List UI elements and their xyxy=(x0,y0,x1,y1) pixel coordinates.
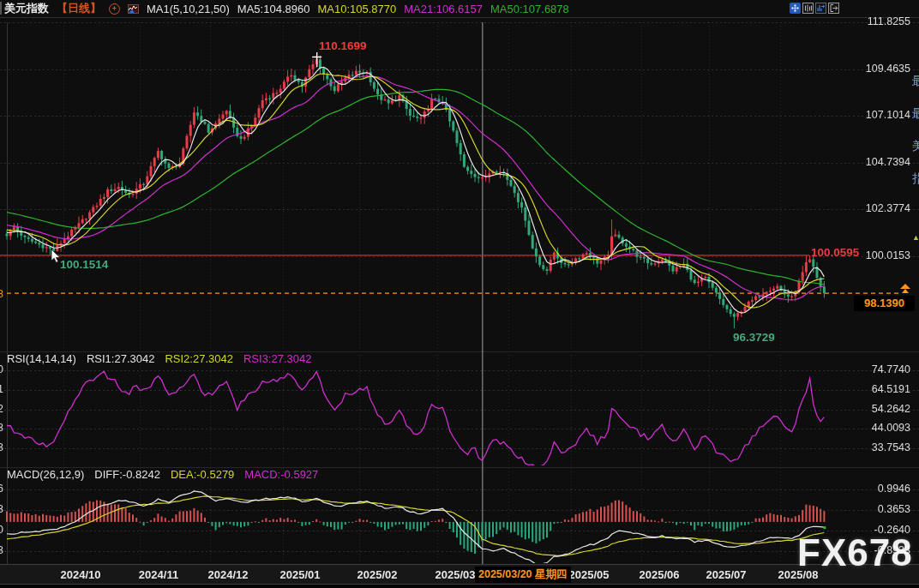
ma5-value: MA5:104.8960 xyxy=(237,3,310,15)
chart-canvas[interactable] xyxy=(0,0,919,588)
rsi-axis-label: 54.2642 xyxy=(872,403,910,415)
header-edge-mark xyxy=(0,2,2,15)
right-edge-clipped-label: 指 xyxy=(912,171,919,187)
left-edge-clipped-label: 2 xyxy=(0,403,5,415)
candlestick-view-icon[interactable] xyxy=(802,3,814,14)
crosshair-tool-icon[interactable] xyxy=(790,3,801,14)
diff-value: DIFF:-0.8242 xyxy=(94,468,160,481)
peak-price-annotation: 110.1699 xyxy=(319,39,367,52)
left-edge-clipped-label: 6 xyxy=(0,483,5,495)
price-axis-label: 111.8255 xyxy=(868,15,910,27)
rsi-axis-label: 44.0093 xyxy=(872,422,910,434)
time-axis-label: 2024/12 xyxy=(208,568,249,581)
left-edge-clipped-label: 3 xyxy=(0,422,5,434)
chart-toolbar xyxy=(790,3,839,14)
price-axis-label: 100.0153 xyxy=(866,249,910,261)
right-edge-clipped-marker: ▲ xyxy=(912,233,919,242)
chart-header: 美元指数 【日线】 + MA1(5,10,21,50) MA5:104.8960… xyxy=(4,0,569,17)
price-axis-label: 104.7394 xyxy=(866,156,910,168)
time-axis-label: 2025/05 xyxy=(569,568,610,581)
crosshair-date-badge: 2025/03/20 星期四 xyxy=(475,567,571,583)
macd-value: MACD:-0.5927 xyxy=(244,468,318,481)
time-axis-label: 2024/11 xyxy=(139,568,178,581)
add-indicator-icon[interactable]: + xyxy=(109,3,120,15)
left-edge-clipped-label: 3 xyxy=(0,503,5,515)
time-axis-label: 2025/03 xyxy=(435,568,476,581)
time-axis-label: 2025/06 xyxy=(640,568,680,581)
candlestick-thumbnail-icon[interactable] xyxy=(128,4,139,14)
time-axis-label: 2024/10 xyxy=(61,568,101,581)
ma-settings-label[interactable]: MA1(5,10,21,50) xyxy=(147,3,230,15)
rsi-axis-label: 64.5191 xyxy=(872,383,910,395)
pop-out-icon[interactable] xyxy=(828,3,839,14)
left-edge-clipped-label: 3 xyxy=(0,441,5,453)
dea-value: DEA:-0.5279 xyxy=(171,468,234,481)
left-edge-clipped-label: 0 xyxy=(0,363,5,375)
rsi1-value: RSI1:27.3042 xyxy=(87,352,155,365)
macd-header: MACD(26,12,9) DIFF:-0.8242 DEA:-0.5279 M… xyxy=(7,468,318,481)
price-marker-arrow-icon xyxy=(902,289,909,293)
time-axis-label: 2025/07 xyxy=(706,568,747,581)
macd-axis-label: 0.3653 xyxy=(878,503,910,515)
time-axis-label: 2025/02 xyxy=(357,568,398,581)
left-edge-clipped-label: 8 xyxy=(0,288,5,300)
rsi-header: RSI(14,14,14) RSI1:27.3042 RSI2:27.3042 … xyxy=(7,352,311,365)
time-axis-label: 2025/01 xyxy=(280,568,321,581)
fx678-watermark: FX678 xyxy=(797,531,913,574)
price-axis-label: 109.4635 xyxy=(866,63,910,75)
rsi-title[interactable]: RSI(14,14,14) xyxy=(7,352,76,365)
ma50-value: MA50:107.6878 xyxy=(490,3,569,15)
price-axis-label: 107.1014 xyxy=(866,109,910,121)
bottom-price-annotation: 96.3729 xyxy=(733,331,775,344)
chart-app: 美元指数 【日线】 + MA1(5,10,21,50) MA5:104.8960… xyxy=(0,0,919,588)
swing-low-annotation: 100.1514 xyxy=(60,258,108,271)
mouse-cursor-icon xyxy=(51,249,62,267)
ma10-value: MA10:105.8770 xyxy=(317,3,396,15)
macd-axis-label: 0.9946 xyxy=(878,483,910,495)
period-selector[interactable]: 【日线】 xyxy=(57,1,101,16)
indicator-chart-view-icon[interactable] xyxy=(815,3,826,14)
rsi-axis-label: 33.7543 xyxy=(872,441,910,453)
rsi-axis-label: 74.7740 xyxy=(872,363,910,375)
right-edge-clipped-label: 最 xyxy=(912,106,919,122)
rsi2-value: RSI2:27.3042 xyxy=(165,352,233,365)
last-price-badge: 98.1390 xyxy=(854,296,915,311)
left-edge-clipped-label: 1 xyxy=(0,383,5,395)
left-edge-clipped-label: 3 xyxy=(0,544,5,556)
resistance-price-label: 100.0595 xyxy=(811,246,859,259)
macd-title[interactable]: MACD(26,12,9) xyxy=(7,468,84,481)
rsi3-value: RSI3:27.3042 xyxy=(243,352,312,365)
ma21-value: MA21:106.6157 xyxy=(404,3,483,15)
right-edge-clipped-label: 美 xyxy=(912,139,919,154)
symbol-name[interactable]: 美元指数 xyxy=(4,1,49,16)
price-axis-label: 102.3774 xyxy=(866,202,910,214)
right-edge-clipped-label: 最 xyxy=(912,74,919,89)
left-edge-clipped-label: 0 xyxy=(0,524,5,536)
